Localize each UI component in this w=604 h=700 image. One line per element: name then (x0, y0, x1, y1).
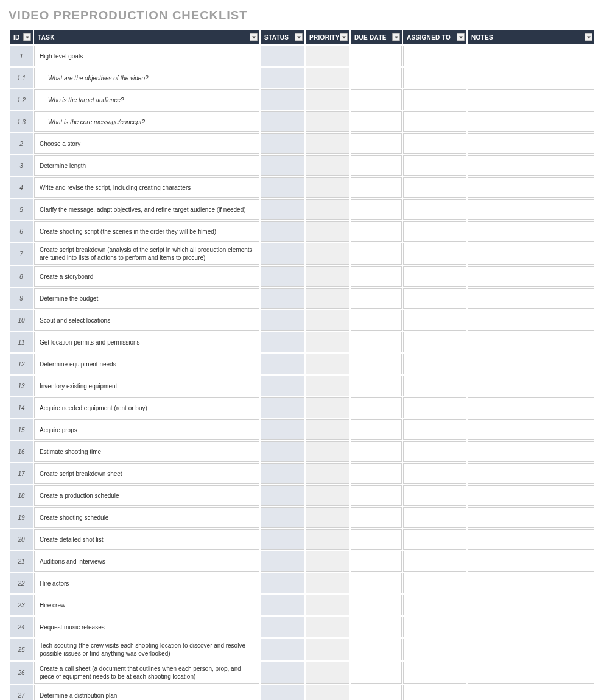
filter-dropdown-icon[interactable] (585, 33, 592, 41)
notes-cell[interactable] (468, 354, 594, 374)
notes-cell[interactable] (468, 463, 594, 484)
status-cell[interactable] (261, 485, 304, 506)
due-date-cell[interactable] (351, 376, 402, 396)
assigned-to-cell[interactable] (403, 332, 466, 352)
due-date-cell[interactable] (351, 685, 402, 700)
notes-cell[interactable] (468, 288, 594, 309)
priority-cell[interactable] (306, 310, 349, 331)
priority-cell[interactable] (306, 199, 349, 220)
task-cell[interactable]: Create a production schedule (34, 485, 259, 506)
due-date-cell[interactable] (351, 46, 402, 66)
status-cell[interactable] (261, 595, 304, 615)
task-cell[interactable]: High-level goals (34, 46, 259, 66)
task-cell[interactable]: Auditions and interviews (34, 551, 259, 572)
priority-cell[interactable] (306, 155, 349, 176)
notes-cell[interactable] (468, 133, 594, 154)
task-cell[interactable]: Inventory existing equipment (34, 376, 259, 396)
due-date-cell[interactable] (351, 463, 402, 484)
assigned-to-cell[interactable] (403, 662, 466, 684)
status-cell[interactable] (261, 68, 304, 88)
due-date-cell[interactable] (351, 662, 402, 684)
due-date-cell[interactable] (351, 155, 402, 176)
assigned-to-cell[interactable] (403, 221, 466, 242)
assigned-to-cell[interactable] (403, 595, 466, 615)
task-cell[interactable]: Clarify the message, adapt objectives, a… (34, 199, 259, 220)
task-cell[interactable]: Acquire needed equipment (rent or buy) (34, 397, 259, 418)
col-header-task[interactable]: TASK (34, 30, 259, 44)
assigned-to-cell[interactable] (403, 46, 466, 66)
due-date-cell[interactable] (351, 266, 402, 287)
status-cell[interactable] (261, 573, 304, 593)
assigned-to-cell[interactable] (403, 354, 466, 374)
task-cell[interactable]: Request music releases (34, 617, 259, 637)
notes-cell[interactable] (468, 155, 594, 176)
status-cell[interactable] (261, 177, 304, 198)
col-header-due[interactable]: DUE DATE (351, 30, 402, 44)
priority-cell[interactable] (306, 332, 349, 352)
priority-cell[interactable] (306, 243, 349, 265)
task-cell[interactable]: Create shooting script (the scenes in th… (34, 221, 259, 242)
status-cell[interactable] (261, 529, 304, 550)
status-cell[interactable] (261, 376, 304, 396)
due-date-cell[interactable] (351, 485, 402, 506)
task-cell[interactable]: What are the objectives of the video? (34, 68, 259, 88)
due-date-cell[interactable] (351, 111, 402, 132)
priority-cell[interactable] (306, 507, 349, 528)
assigned-to-cell[interactable] (403, 573, 466, 593)
priority-cell[interactable] (306, 266, 349, 287)
assigned-to-cell[interactable] (403, 266, 466, 287)
priority-cell[interactable] (306, 221, 349, 242)
status-cell[interactable] (261, 133, 304, 154)
status-cell[interactable] (261, 662, 304, 684)
status-cell[interactable] (261, 243, 304, 265)
assigned-to-cell[interactable] (403, 685, 466, 700)
due-date-cell[interactable] (351, 397, 402, 418)
due-date-cell[interactable] (351, 507, 402, 528)
notes-cell[interactable] (468, 199, 594, 220)
due-date-cell[interactable] (351, 177, 402, 198)
notes-cell[interactable] (468, 266, 594, 287)
task-cell[interactable]: Tech scouting (the crew visits each shoo… (34, 639, 259, 660)
notes-cell[interactable] (468, 221, 594, 242)
notes-cell[interactable] (468, 68, 594, 88)
due-date-cell[interactable] (351, 419, 402, 440)
status-cell[interactable] (261, 397, 304, 418)
task-cell[interactable]: Write and revise the script, including c… (34, 177, 259, 198)
due-date-cell[interactable] (351, 529, 402, 550)
task-cell[interactable]: What is the core message/concept? (34, 111, 259, 132)
status-cell[interactable] (261, 419, 304, 440)
notes-cell[interactable] (468, 595, 594, 615)
due-date-cell[interactable] (351, 573, 402, 593)
status-cell[interactable] (261, 46, 304, 66)
status-cell[interactable] (261, 639, 304, 660)
due-date-cell[interactable] (351, 551, 402, 572)
assigned-to-cell[interactable] (403, 529, 466, 550)
notes-cell[interactable] (468, 332, 594, 352)
priority-cell[interactable] (306, 662, 349, 684)
task-cell[interactable]: Hire actors (34, 573, 259, 593)
notes-cell[interactable] (468, 177, 594, 198)
priority-cell[interactable] (306, 463, 349, 484)
task-cell[interactable]: Determine equipment needs (34, 354, 259, 374)
task-cell[interactable]: Create detailed shot list (34, 529, 259, 550)
task-cell[interactable]: Create script breakdown sheet (34, 463, 259, 484)
notes-cell[interactable] (468, 617, 594, 637)
status-cell[interactable] (261, 310, 304, 331)
assigned-to-cell[interactable] (403, 111, 466, 132)
priority-cell[interactable] (306, 354, 349, 374)
priority-cell[interactable] (306, 529, 349, 550)
notes-cell[interactable] (468, 639, 594, 660)
due-date-cell[interactable] (351, 617, 402, 637)
task-cell[interactable]: Scout and select locations (34, 310, 259, 331)
assigned-to-cell[interactable] (403, 89, 466, 110)
due-date-cell[interactable] (351, 133, 402, 154)
assigned-to-cell[interactable] (403, 441, 466, 462)
status-cell[interactable] (261, 463, 304, 484)
assigned-to-cell[interactable] (403, 463, 466, 484)
due-date-cell[interactable] (351, 441, 402, 462)
status-cell[interactable] (261, 441, 304, 462)
task-cell[interactable]: Create a storyboard (34, 266, 259, 287)
status-cell[interactable] (261, 288, 304, 309)
notes-cell[interactable] (468, 485, 594, 506)
status-cell[interactable] (261, 332, 304, 352)
